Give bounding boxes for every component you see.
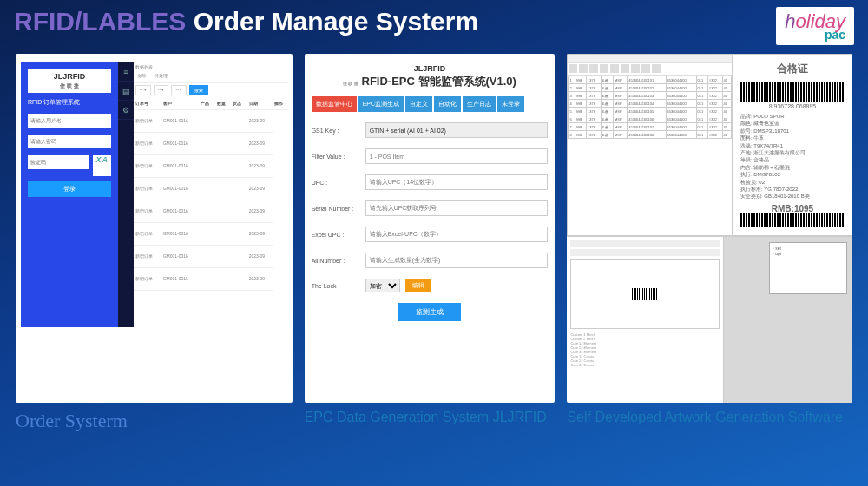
preview-pane: ▫ set▫ opt (724, 237, 852, 403)
all-input[interactable] (365, 253, 549, 268)
search-button[interactable]: 搜索 (189, 85, 208, 95)
filter-field[interactable]: -- ▾ (171, 85, 187, 95)
generate-button[interactable]: 监测生成 (398, 303, 461, 321)
table-row[interactable]: 新增订单GM001-00162023-09 (134, 267, 289, 290)
captcha-input[interactable] (28, 155, 89, 169)
brand-logo: holiday pac (776, 7, 854, 45)
barcode-icon (632, 288, 658, 300)
excel-label: Excel UPC : (312, 232, 365, 238)
caption-epc: EPC Data Generation System JLJRFID (305, 410, 556, 432)
table-header: 日期 (247, 97, 273, 109)
sidebar: ≡ ▤ ⚙ (118, 62, 134, 327)
table-tabs: 全部 待处理 (134, 71, 289, 83)
nav-item[interactable]: 未登录 (497, 96, 524, 112)
order-table: 订单号客户产品数量状态日期操作 新增订单GM001-00162023-09新增订… (134, 97, 289, 291)
filter-field[interactable]: -- ▾ (154, 85, 169, 95)
label-price: RMB:1095 (740, 204, 845, 213)
artwork-panel: 199813786.赫MSP45360441001014536044100011… (567, 54, 852, 403)
barcode-icon (740, 82, 845, 102)
label-title: 合格证 (740, 62, 845, 76)
caption-order: Order Systerm (16, 410, 293, 432)
lock-label: The Lock : (312, 283, 365, 289)
nav-item[interactable]: 数据监管中心 (312, 96, 357, 112)
login-form: JLJRFID佳 联 捷 RFID 订单管理系统 XA 登录 (21, 62, 118, 327)
username-input[interactable] (28, 114, 111, 128)
nav-item[interactable]: 自动化 (434, 96, 461, 112)
lock-edit-button[interactable]: 编辑 (405, 279, 431, 292)
captcha-image[interactable]: XA (93, 155, 111, 176)
table-header: 产品 (199, 97, 214, 109)
table-row[interactable]: 新增订单GM001-00162023-09 (134, 177, 289, 200)
table-header: 状态 (231, 97, 247, 109)
epc-panel: JLJRFID佳 联 捷 RFID-EPC 智能监管系统(V1.0) 数据监管中… (305, 54, 556, 403)
table-row[interactable]: 新增订单GM001-00162023-09 (134, 109, 289, 132)
table-row[interactable]: 新增订单GM001-00162023-09 (134, 132, 289, 154)
table-row[interactable]: 新增订单GM001-00162023-09 (134, 222, 289, 245)
barcode-number: 8 936728 068895 (740, 103, 845, 109)
caption-artwork: Self Developed Artwork Generation Softwa… (567, 410, 852, 432)
table-row[interactable]: 新增订单GM001-00162023-09 (134, 200, 289, 222)
login-brand: JLJRFID佳 联 捷 (28, 69, 111, 93)
epc-title: JLJRFID佳 联 捷 RFID-EPC 智能监管系统(V1.0) (312, 61, 549, 89)
table-row[interactable]: 新增订单GM001-00162023-09 (134, 154, 289, 177)
filter-label: Filter Value : (312, 154, 365, 160)
gs1-select[interactable]: GTIN + serial (AI 01 + AI 02) (365, 122, 549, 138)
table-header: 客户 (161, 97, 200, 109)
table-header: 操作 (273, 97, 289, 109)
spreadsheet: 199813786.赫MSP45360441001014536044100011… (567, 54, 733, 236)
design-canvas[interactable] (570, 259, 720, 329)
list-icon[interactable]: ▤ (118, 82, 134, 101)
epc-nav: 数据监管中心EPC监测生成自定义自动化生产日志未登录 (312, 96, 549, 112)
upc-input[interactable] (365, 174, 549, 190)
spreadsheet-toolbar (568, 63, 732, 76)
table-header: 订单号 (134, 97, 161, 109)
menu-icon[interactable]: ≡ (118, 62, 134, 82)
tab-all[interactable]: 全部 (137, 73, 146, 81)
dialog[interactable]: ▫ set▫ opt (769, 242, 847, 294)
gear-icon[interactable]: ⚙ (118, 101, 134, 120)
nav-item[interactable]: EPC监测生成 (358, 96, 404, 112)
all-label: All Number : (312, 258, 365, 264)
order-system-panel: JLJRFID佳 联 捷 RFID 订单管理系统 XA 登录 ≡ ▤ ⚙ 数据列… (16, 54, 293, 403)
barcode-icon (740, 213, 845, 227)
serial-label: Serial Number : (312, 206, 365, 212)
tab-pending[interactable]: 待处理 (155, 73, 168, 81)
label-fields: 品牌: POLO SPORT颜色: 藏青色宝蓝款号: DMSP3118701面料… (740, 113, 845, 200)
login-button[interactable]: 登录 (28, 181, 111, 197)
filter-select[interactable]: 1 - POS Item (365, 148, 549, 164)
breadcrumb: 数据列表 (134, 62, 289, 71)
spreadsheet-titlebar (568, 55, 732, 63)
nav-item[interactable]: 生产日志 (463, 96, 496, 112)
layer-list: Custom 1 BatchCustom 2 BatchCute 1# Elem… (570, 332, 720, 367)
lock-select[interactable]: 加密 (365, 279, 400, 292)
serial-input[interactable] (365, 200, 549, 216)
nav-item[interactable]: 自定义 (405, 96, 432, 112)
login-heading: RFID 订单管理系统 (28, 98, 111, 107)
design-canvas-panel: Custom 1 BatchCustom 2 BatchCute 1# Elem… (567, 237, 724, 403)
label-preview: 合格证 8 936728 068895 品牌: POLO SPORT颜色: 藏青… (733, 54, 852, 236)
order-table-area: 数据列表 全部 待处理 -- ▾ -- ▾ -- ▾ 搜索 订单号客户产品数量状… (134, 62, 289, 392)
filter-field[interactable]: -- ▾ (135, 85, 151, 95)
upc-label: UPC : (312, 180, 365, 186)
excel-input[interactable] (365, 227, 549, 242)
gs1-label: GS1 Key : (312, 128, 365, 134)
table-row[interactable]: 新增订单GM001-00162023-09 (134, 245, 289, 267)
password-input[interactable] (28, 135, 111, 148)
page-title: RFID/LABLES Order Manage Systerm (14, 7, 478, 36)
table-header: 数量 (215, 97, 231, 109)
